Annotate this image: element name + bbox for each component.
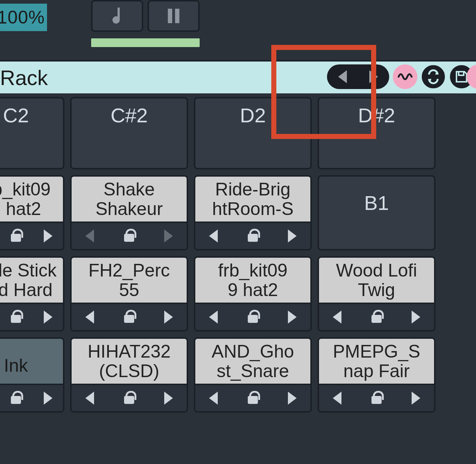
lock-icon[interactable] — [369, 310, 384, 324]
note-cell-c2[interactable]: C2 — [0, 97, 64, 169]
pad-cell[interactable]: PMEPG_S nap Fair — [318, 337, 435, 413]
pad-cell[interactable]: HIHAT232 (CLSD) — [70, 337, 188, 413]
pad-controls — [72, 222, 187, 249]
pad-prev-button[interactable] — [85, 229, 94, 242]
pad-label: frb_kit09 9 hat2 — [195, 258, 310, 303]
pad-label: AND_Gho st_Snare — [195, 339, 310, 384]
pad-prev-button[interactable] — [333, 392, 341, 405]
top-bar: 100% — [0, 0, 476, 62]
prev-button[interactable] — [338, 70, 347, 83]
pad-next-button[interactable] — [44, 392, 52, 405]
dot-icon — [472, 69, 476, 84]
pad-label: Ink — [0, 339, 63, 384]
lock-icon[interactable] — [246, 310, 260, 324]
note-row: C2 C#2 D2 D#2 — [0, 97, 476, 175]
metronome-button[interactable] — [91, 0, 143, 32]
note-label: C#2 — [78, 104, 180, 127]
pad-label: Wood Lofi Twig — [319, 258, 434, 303]
pad-controls — [195, 222, 310, 249]
svg-rect-1 — [175, 9, 179, 23]
lock-icon[interactable] — [246, 391, 260, 405]
pad-prev-button[interactable] — [209, 229, 218, 242]
note-label: D#2 — [326, 104, 428, 127]
note-cell-csharp2[interactable]: C#2 — [70, 97, 188, 169]
lock-icon[interactable] — [122, 310, 136, 324]
pad-cell[interactable]: FH2_Perc 55 — [70, 256, 188, 332]
lock-icon[interactable] — [369, 391, 384, 405]
pad-cell[interactable]: Ride-Brig htRoom-S — [194, 175, 312, 250]
lock-icon[interactable] — [122, 229, 136, 243]
pad-cell-selected[interactable]: Ink — [0, 337, 64, 413]
next-button[interactable] — [369, 70, 378, 83]
pad-cell[interactable]: Ride Stick Mid Hard — [0, 256, 64, 332]
pad-cell[interactable]: frb_kit09 9 hat2 — [0, 175, 64, 250]
pad-controls — [319, 303, 434, 330]
prev-next-pill — [327, 64, 389, 89]
pad-row-0: frb_kit09 9 hat2 Shake Shakeur Ride-Brig… — [0, 175, 476, 256]
pad-next-button[interactable] — [412, 311, 420, 324]
transport-underline — [91, 38, 200, 47]
note-cell-dsharp2[interactable]: D#2 — [318, 97, 435, 169]
lock-icon[interactable] — [9, 229, 23, 243]
pad-controls — [0, 222, 63, 249]
pad-label: B1 — [319, 177, 434, 248]
pad-cell[interactable]: frb_kit09 9 hat2 — [194, 256, 312, 332]
note-icon — [109, 5, 126, 26]
svg-rect-2 — [459, 72, 464, 75]
pad-label: frb_kit09 9 hat2 — [0, 177, 63, 222]
pad-controls — [319, 384, 434, 411]
lock-icon[interactable] — [9, 310, 23, 324]
pad-next-button[interactable] — [288, 311, 297, 324]
pad-next-button[interactable] — [288, 392, 297, 405]
pad-controls — [195, 384, 310, 411]
note-label: C2 — [0, 104, 56, 127]
lock-icon[interactable] — [122, 391, 136, 405]
pad-prev-button[interactable] — [209, 311, 218, 324]
note-label: D2 — [202, 104, 304, 127]
pad-controls — [195, 303, 310, 330]
pad-next-button[interactable] — [412, 392, 420, 405]
pad-cell[interactable]: Shake Shakeur — [70, 175, 188, 250]
pad-prev-button[interactable] — [85, 392, 94, 405]
pad-cell-empty[interactable]: B1 — [318, 175, 435, 250]
pad-label: PMEPG_S nap Fair — [319, 339, 434, 384]
pad-label: Ride Stick Mid Hard — [0, 258, 63, 303]
pad-prev-button[interactable] — [85, 311, 94, 324]
transport-group — [91, 0, 200, 43]
pad-label: Shake Shakeur — [72, 177, 187, 222]
pad-next-button[interactable] — [164, 229, 173, 242]
pad-row-1: Ride Stick Mid Hard FH2_Perc 55 frb_kit0… — [0, 256, 476, 337]
pad-cell[interactable]: AND_Gho st_Snare — [194, 337, 312, 413]
rack-header: Rack — [0, 62, 476, 93]
lock-icon[interactable] — [9, 391, 23, 405]
pause-button[interactable] — [148, 0, 200, 32]
pad-label: FH2_Perc 55 — [72, 258, 187, 303]
zoom-value: 100% — [0, 7, 45, 28]
header-controls — [327, 64, 474, 89]
pad-next-button[interactable] — [288, 229, 297, 242]
rack-title: Rack — [0, 66, 48, 90]
pause-icon — [166, 7, 181, 25]
pad-next-button[interactable] — [44, 229, 52, 242]
svg-rect-0 — [168, 9, 172, 23]
swap-button[interactable] — [421, 64, 446, 89]
pad-controls — [72, 303, 187, 330]
pad-controls — [72, 384, 187, 411]
zoom-level[interactable]: 100% — [0, 4, 47, 31]
pad-prev-button[interactable] — [209, 392, 218, 405]
pad-label: Ride-Brig htRoom-S — [195, 177, 310, 222]
pad-next-button[interactable] — [44, 311, 52, 324]
wave-button[interactable] — [393, 64, 417, 89]
pad-prev-button[interactable] — [333, 311, 341, 324]
lock-icon[interactable] — [246, 229, 260, 243]
pad-row-2: Ink HIHAT232 (CLSD) AND_Gho st_Snare — [0, 337, 476, 418]
note-cell-d2[interactable]: D2 — [194, 97, 312, 169]
pad-cell[interactable]: Wood Lofi Twig — [318, 256, 435, 332]
swap-icon — [425, 69, 441, 85]
pad-controls — [0, 303, 63, 330]
pad-next-button[interactable] — [164, 392, 173, 405]
pad-next-button[interactable] — [164, 311, 173, 324]
wave-icon — [397, 69, 413, 85]
pad-label: HIHAT232 (CLSD) — [72, 339, 187, 384]
pad-grid: C2 C#2 D2 D#2 frb_kit09 9 hat2 Shake Sha… — [0, 93, 476, 464]
